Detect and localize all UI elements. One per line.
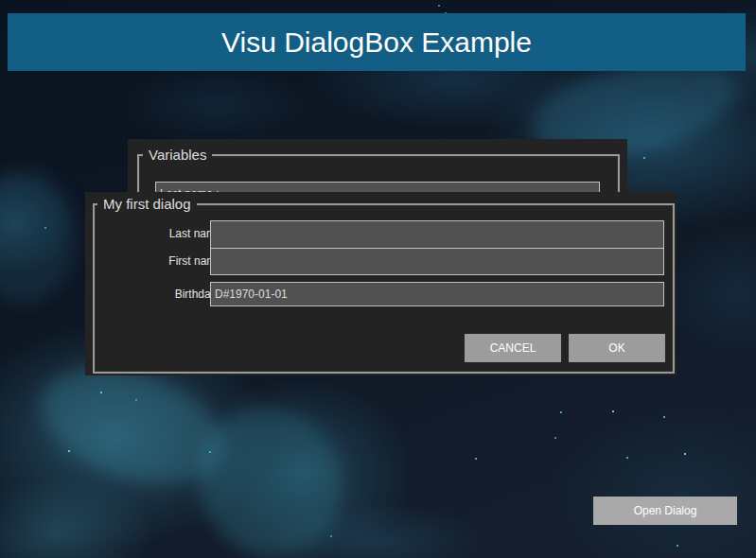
variables-group-title: Variables: [143, 147, 212, 163]
cancel-button[interactable]: CANCEL: [465, 334, 561, 362]
screen: Visu DialogBox Example Variables Last na…: [0, 0, 756, 558]
star-dots: [0, 0, 2, 2]
dialog-my-first-dialog: My first dialog Last name : First name :…: [85, 192, 677, 375]
birthday-input[interactable]: [210, 282, 664, 306]
open-dialog-button[interactable]: Open Dialog: [593, 497, 737, 525]
first-name-input[interactable]: [210, 248, 664, 275]
ok-button[interactable]: OK: [569, 334, 665, 362]
page-title: Visu DialogBox Example: [221, 26, 532, 59]
last-name-input[interactable]: [210, 220, 664, 249]
dialog-title: My first dialog: [97, 196, 197, 212]
smoke-wisp: [173, 384, 366, 558]
header-bar: Visu DialogBox Example: [8, 13, 746, 71]
smoke-wisp: [0, 170, 76, 303]
